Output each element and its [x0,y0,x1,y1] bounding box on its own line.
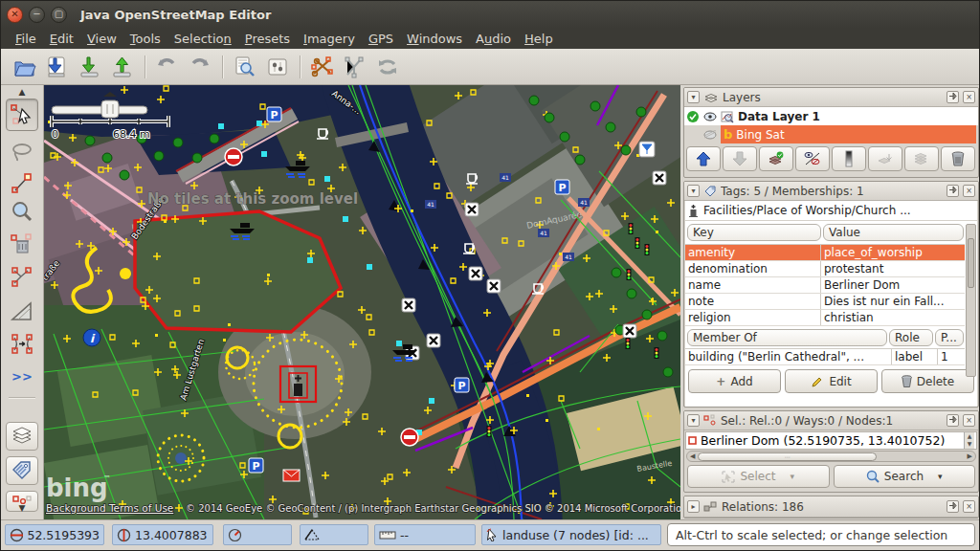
menu-view[interactable]: View [80,30,123,48]
member-of-column-header[interactable]: Member Of [687,329,887,346]
combine-way-icon[interactable] [339,53,371,81]
window-close-icon[interactable]: ✕ [7,7,23,23]
role-column-header[interactable]: Role [889,329,933,346]
menu-imagery[interactable]: Imagery [297,30,362,48]
save-icon[interactable] [74,53,106,81]
scroll-left-icon[interactable]: ◀ [687,452,698,460]
map-canvas[interactable]: P P P P 41 41 41 41 41 [44,85,680,519]
draw-node-tool-button[interactable] [6,169,38,198]
scrollbar-thumb[interactable] [968,238,974,288]
layer-row-bing[interactable]: b Bing Sat [684,125,978,143]
select-button[interactable]: Select ▾ [687,465,830,488]
merge-nodes-tool-button[interactable] [6,330,38,359]
key-column-header[interactable]: Key [687,224,821,241]
zoom-tool-button[interactable] [6,198,38,227]
mini-vscroll[interactable]: ▲▼ [964,432,974,449]
menu-help[interactable]: Help [518,30,560,48]
upload-data-icon[interactable] [106,53,139,81]
visible-eye-icon[interactable] [703,112,717,121]
delete-tag-button[interactable]: Delete [881,369,974,393]
tags-dialog-button[interactable] [6,456,38,485]
menu-selection[interactable]: Selection [167,30,238,48]
menu-presets[interactable]: Presets [238,30,297,48]
svg-text:41: 41 [427,201,434,208]
refresh-icon[interactable] [371,53,404,81]
follow-line-tool-button[interactable] [6,263,38,292]
tag-row[interactable]: religionchristian [685,310,965,326]
edit-tag-button[interactable]: Edit [785,369,878,393]
preferences-icon[interactable] [261,53,294,81]
pin-icon[interactable] [947,414,959,427]
close-icon[interactable]: × [963,185,975,197]
menu-file[interactable]: File [9,30,43,48]
value-column-header[interactable]: Value [823,224,964,241]
close-icon[interactable]: × [963,414,975,427]
close-icon[interactable]: × [963,91,975,103]
more-tools-button[interactable]: >> [6,364,38,387]
layer-down-button[interactable] [723,146,757,171]
pin-icon[interactable] [947,185,959,197]
tag-row[interactable]: noteDies ist nur ein Fall... [685,294,965,310]
menu-tools[interactable]: Tools [123,30,167,48]
pin-icon[interactable] [947,91,959,103]
collapse-icon[interactable]: ▾ [687,414,700,427]
expand-icon[interactable]: ▸ [687,500,700,513]
collapse-icon[interactable]: ▾ [687,185,700,197]
selected-layer-highlight[interactable]: b Bing Sat [721,125,976,143]
layer-opacity-button[interactable] [832,146,866,171]
redo-icon[interactable] [184,53,216,81]
pin-icon[interactable] [947,500,959,513]
undo-icon[interactable] [151,53,184,81]
search-button[interactable]: Search ▾ [834,465,976,488]
collapse-icon[interactable]: ▾ [687,91,700,103]
add-tag-button[interactable]: +Add [688,369,781,393]
close-icon[interactable]: × [963,500,975,513]
bing-icon: b [724,127,732,142]
tags-panel-body: Facilities/Place of Worship/Church ... K… [685,201,977,408]
layer-delete-button[interactable] [941,146,975,171]
layer-visibility-button[interactable] [795,146,830,171]
layer-duplicate-button[interactable] [904,146,939,171]
search-icon[interactable] [229,53,261,81]
layers-dialog-button[interactable] [6,422,38,451]
layer-activate-button[interactable] [759,146,793,171]
window-minimize-icon[interactable]: − [29,7,45,23]
node-icon [688,436,697,445]
menu-windows[interactable]: Windows [400,30,469,48]
tags-scrollbar[interactable] [966,224,976,377]
scrollbar-thumb[interactable]: ⋯ [698,452,877,461]
layer-merge-button[interactable] [868,146,902,171]
angle-measure-tool-button[interactable] [6,298,38,326]
window-maximize-icon[interactable]: ▢ [51,7,67,23]
scroll-right-icon[interactable]: ▶ [965,452,975,460]
lasso-tool-button[interactable] [6,139,38,167]
membership-row[interactable]: building ("Berlin Cathedral", ... label … [685,349,965,365]
selected-object[interactable]: Berliner Dom (52.5190735, 13.4010752) [701,433,960,448]
delete-tool-button[interactable] [6,231,38,259]
position-column-header[interactable]: P... [935,329,964,346]
dropdown-icon[interactable]: ▾ [791,472,795,481]
toolbar-separator [9,397,35,398]
dropdown-icon[interactable]: ▾ [938,472,943,481]
scroll-up-icon[interactable]: ▲ [5,87,39,97]
tag-row[interactable]: nameBerliner Dom [685,277,965,294]
download-data-icon[interactable] [41,53,74,81]
layer-row-data[interactable]: Data Layer 1 [684,107,978,125]
split-way-icon[interactable] [306,53,339,81]
hidden-eye-icon[interactable] [703,130,717,140]
layers-icon [703,91,719,103]
scroll-down-icon[interactable]: ▼ [5,503,39,513]
menu-audio[interactable]: Audio [469,30,518,48]
preset-link[interactable]: Facilities/Place of Worship/Church ... [685,201,977,221]
tag-row[interactable]: denominationprotestant [685,261,965,277]
open-file-icon[interactable] [9,53,41,81]
select-tool-button[interactable] [6,99,38,131]
layer-actions [684,143,978,174]
menu-edit[interactable]: Edit [43,30,80,48]
terms-link[interactable]: Background Terms of Use [46,502,173,514]
menu-gps[interactable]: GPS [362,30,400,48]
layer-up-button[interactable] [686,146,721,171]
selection-hscroll[interactable]: ◀ ⋯ ▶ [686,451,976,462]
tag-row[interactable]: amenityplace_of_worship [685,245,965,261]
toolbar-separator [300,55,301,78]
